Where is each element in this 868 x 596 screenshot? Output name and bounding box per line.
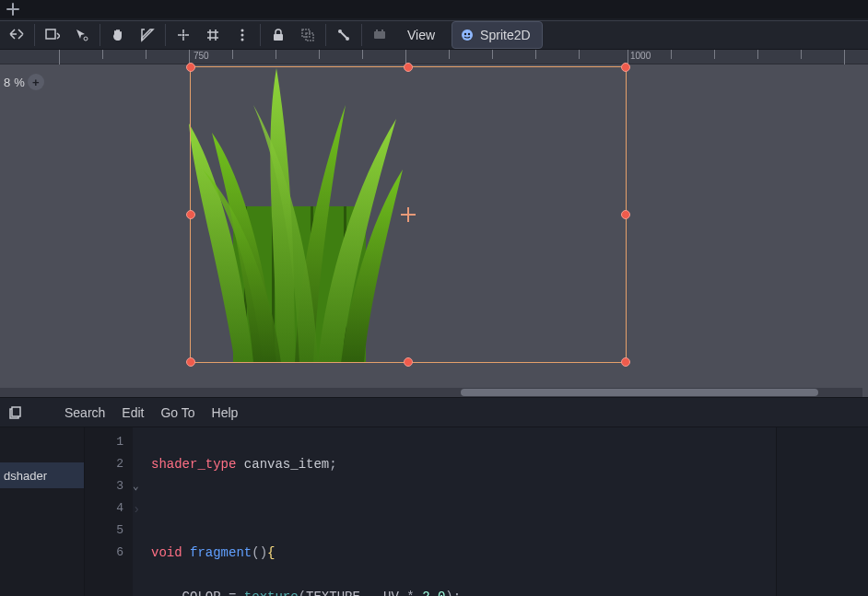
fold-column: ⌄ ›	[133, 427, 147, 596]
grid-snap-icon[interactable]	[198, 21, 228, 49]
scene-tab-strip	[0, 0, 868, 20]
select-tool-icon[interactable]	[2, 21, 31, 49]
canvas-viewport: 750 1000 8 % +	[0, 50, 868, 397]
selection-box[interactable]	[190, 66, 627, 363]
handle-tl[interactable]	[186, 63, 195, 72]
svg-rect-23	[12, 407, 20, 416]
svg-point-4	[241, 34, 244, 37]
code-editor[interactable]: 1 2 3 4 5 6 ⌄ › shader_type canvas_item;…	[85, 427, 868, 596]
canvas-toolbar: View Sprite2D	[0, 20, 868, 50]
handle-mr[interactable]	[621, 210, 630, 219]
svg-rect-13	[381, 29, 383, 31]
fold-arrow-icon[interactable]: ⌄	[133, 475, 139, 497]
canvas-area[interactable]: 750 1000 8 % +	[0, 50, 868, 397]
separator	[34, 24, 35, 46]
handle-tm[interactable]	[404, 63, 413, 72]
canvas-h-scroll-thumb[interactable]	[461, 389, 818, 396]
handle-bl[interactable]	[186, 357, 195, 367]
skeleton-options-icon[interactable]	[329, 21, 358, 49]
zoom-suffix: %	[14, 76, 25, 89]
smart-snap-icon[interactable]	[169, 21, 198, 49]
horizontal-ruler: 750 1000	[0, 50, 868, 64]
menu-search[interactable]: Search	[65, 405, 105, 420]
ruler-label-1000: 1000	[630, 51, 651, 61]
svg-point-5	[241, 39, 244, 41]
code-content[interactable]: shader_type canvas_item; void fragment()…	[147, 427, 776, 596]
ruler-tool-icon[interactable]	[133, 21, 162, 49]
separator	[100, 24, 100, 46]
svg-point-1	[84, 37, 88, 41]
handle-tr[interactable]	[621, 63, 630, 72]
svg-rect-12	[376, 29, 378, 31]
svg-point-3	[241, 29, 244, 32]
svg-point-16	[468, 33, 470, 35]
svg-rect-11	[374, 31, 385, 39]
menu-edit[interactable]: Edit	[122, 405, 144, 420]
canvas-h-scrollbar[interactable]	[0, 388, 862, 397]
separator	[165, 24, 166, 46]
code-minimap[interactable]	[776, 427, 868, 596]
svg-point-2	[182, 34, 185, 37]
node-type-button[interactable]: Sprite2D	[452, 21, 542, 49]
separator	[325, 24, 326, 46]
svg-rect-6	[274, 34, 283, 41]
handle-br[interactable]	[621, 357, 630, 367]
move-tool-icon[interactable]	[67, 21, 97, 49]
separator	[361, 24, 362, 46]
shader-editor-menu: Search Edit Go To Help	[0, 398, 868, 427]
separator	[260, 24, 261, 46]
menu-goto[interactable]: Go To	[160, 405, 194, 420]
sprite2d-icon	[460, 28, 475, 42]
pan-tool-icon[interactable]	[103, 21, 133, 49]
pivot-cross-icon[interactable]	[401, 207, 416, 222]
snap-options-icon[interactable]	[228, 21, 257, 49]
menu-help[interactable]: Help	[212, 405, 239, 420]
view-menu-button[interactable]: View	[394, 21, 448, 49]
node-type-label: Sprite2D	[480, 28, 530, 42]
svg-point-14	[462, 29, 473, 41]
shader-editor-panel: Search Edit Go To Help dshader 1 2 3 4 5…	[0, 397, 868, 596]
zoom-controls: 8 % +	[0, 72, 48, 92]
shader-file-item[interactable]: dshader	[0, 462, 84, 488]
handle-ml[interactable]	[186, 210, 195, 219]
line-gutter: 1 2 3 4 5 6	[85, 427, 133, 596]
svg-rect-0	[46, 29, 55, 39]
animation-icon[interactable]	[365, 21, 394, 49]
svg-point-15	[464, 33, 466, 35]
group-icon[interactable]	[293, 21, 323, 49]
ruler-label-750: 750	[194, 51, 209, 61]
list-select-icon[interactable]	[38, 21, 67, 49]
handle-bm[interactable]	[404, 357, 413, 367]
shader-file-list: dshader	[0, 427, 85, 596]
shader-editor-body: dshader 1 2 3 4 5 6 ⌄ › shader_type canv…	[0, 427, 868, 596]
file-stack-icon[interactable]	[7, 404, 24, 421]
add-scene-button[interactable]	[4, 0, 22, 18]
zoom-in-button[interactable]: +	[28, 74, 44, 90]
lock-icon[interactable]	[264, 21, 293, 49]
zoom-value[interactable]: 8	[4, 76, 11, 89]
